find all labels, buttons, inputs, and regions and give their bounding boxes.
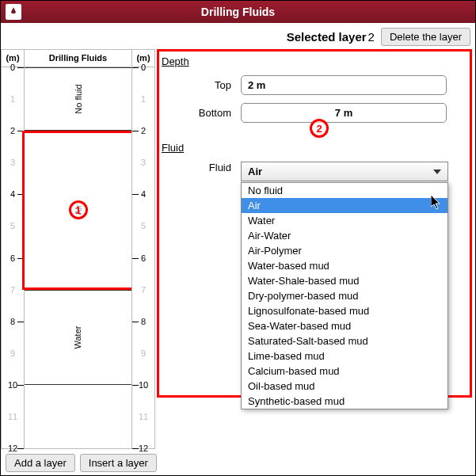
fluid-label: Fluid — [162, 162, 241, 173]
bottom-bar: Add a layer Insert a layer — [1, 449, 475, 476]
app-icon — [6, 4, 21, 20]
fluid-option[interactable]: Water — [242, 213, 447, 228]
layer-water[interactable]: Water — [25, 290, 131, 385]
fluid-section-label: Fluid — [162, 142, 469, 154]
insert-layer-button[interactable]: Insert a layer — [80, 454, 157, 472]
fluid-option[interactable]: Air-Polymer — [242, 243, 447, 258]
fluid-option[interactable]: Saturated-Salt-based mud — [242, 333, 447, 348]
fluid-option[interactable]: Dry-polymer-based mud — [242, 288, 447, 303]
tick-label: 9 — [2, 348, 24, 358]
tick-label: 3 — [2, 158, 24, 167]
toolbar: Selected layer 2 Delete the layer — [1, 23, 475, 49]
fluid-option[interactable]: Lime-based mud — [242, 348, 447, 364]
fluid-combo[interactable]: Air No fluidAirWaterAir-WaterAir-Polymer… — [241, 162, 448, 181]
tick-label: 9 — [132, 348, 154, 358]
ruler-left: (m) 0123456789101112 — [1, 49, 25, 449]
track-header: Drilling Fluids — [25, 50, 131, 67]
fluid-option[interactable]: Calcium-based mud — [242, 364, 447, 379]
left-panel: (m) 0123456789101112 Drilling Fluids No … — [1, 49, 155, 449]
depth-section-label: Depth — [162, 55, 469, 67]
fluid-option[interactable]: Air-Water — [242, 228, 447, 243]
fluid-option[interactable]: Water-Shale-based mud — [242, 273, 447, 288]
bottom-label: Bottom — [162, 107, 241, 119]
tick-label: 5 — [2, 221, 24, 230]
fluid-option[interactable]: Air — [242, 198, 447, 213]
top-input[interactable] — [241, 75, 447, 95]
tick-label: 1 — [132, 94, 154, 104]
top-label: Top — [162, 79, 241, 91]
fluid-option[interactable]: Oil-based mud — [242, 379, 447, 394]
tick-label: 3 — [132, 158, 154, 167]
fluid-option[interactable]: Lignosulfonate-based mud — [242, 303, 447, 318]
selected-layer-label: Selected layer — [287, 30, 367, 44]
tick-label: 1 — [2, 94, 24, 104]
selected-layer-number: 2 — [368, 30, 375, 44]
layer-label: Air — [73, 205, 82, 215]
layer-no-fluid[interactable]: No fluid — [25, 67, 131, 131]
tick-label: 5 — [132, 221, 154, 230]
ruler-right: (m) 0123456789101112 — [131, 49, 155, 449]
fluid-option[interactable]: Synthetic-based mud — [242, 394, 447, 409]
tick-label: 11 — [2, 412, 24, 421]
layer-air[interactable]: Air — [25, 131, 131, 289]
layer-label: No fluid — [73, 84, 82, 113]
titlebar: Drilling Fluids — [1, 1, 475, 23]
tick-label: 7 — [132, 285, 154, 295]
fluid-option[interactable]: Water-based mud — [242, 258, 447, 273]
layer-label: Water — [74, 326, 83, 348]
fluids-track[interactable]: Drilling Fluids No fluidAir1Water — [25, 49, 131, 449]
right-panel: Depth Top Bottom 2 Fluid Fluid Air No fl… — [155, 49, 475, 449]
add-layer-button[interactable]: Add a layer — [6, 454, 75, 472]
fluid-option[interactable]: No fluid — [242, 183, 447, 198]
fluid-combo-display[interactable]: Air — [241, 162, 448, 181]
window-title: Drilling Fluids — [28, 6, 448, 18]
fluid-dropdown[interactable]: No fluidAirWaterAir-WaterAir-PolymerWate… — [241, 182, 448, 409]
delete-layer-button[interactable]: Delete the layer — [381, 28, 470, 46]
bottom-input[interactable] — [241, 103, 447, 123]
fluid-option[interactable]: Sea-Water-based mud — [242, 318, 447, 333]
tick-label: 7 — [2, 285, 24, 295]
tick-label: 11 — [132, 412, 154, 421]
